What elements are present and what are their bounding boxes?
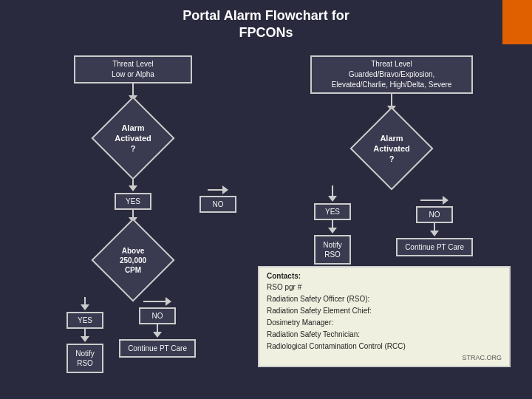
- dosimetry: Dosimetry Manager:: [267, 317, 502, 329]
- right-threat-level: Threat Level: [319, 59, 464, 69]
- sub-no-hline: [143, 301, 166, 302]
- orange-accent: [502, 0, 532, 44]
- right-column: Threat Level Guarded/Bravo/Explosion, El…: [259, 47, 525, 399]
- right-alarm-text: Alarm Activated ?: [373, 132, 410, 164]
- left-notify-rso: NotifyRSO: [66, 344, 103, 373]
- right-no-vline: [434, 223, 435, 231]
- page-title: Portal Alarm Flowchart for FPCONs: [0, 7, 532, 42]
- no-hline: [208, 189, 222, 191]
- rso-element: Radiation Safety Element Chief:: [267, 305, 502, 317]
- left-yes-box: YES: [115, 193, 151, 210]
- arrow-line-1: [132, 83, 134, 95]
- page: Portal Alarm Flowchart for FPCONs Threat…: [0, 0, 532, 399]
- left-continue-pt: Continue PT Care: [119, 339, 196, 358]
- right-yes-arrow2: [328, 228, 337, 233]
- right-notify-rso: NotifyRSO: [314, 235, 351, 265]
- rso-pgr: RSO pgr #: [267, 282, 502, 293]
- yes-arrow: [129, 185, 137, 191]
- sub-branch: YES NotifyRSO: [66, 297, 200, 373]
- yes-vline2: [132, 210, 134, 217]
- right-no-branch: NO Continue PT Care: [396, 185, 473, 256]
- rso-tech: Radiation Safety Technician:: [267, 329, 502, 341]
- right-yes-branch: YES NotifyRSO: [314, 185, 351, 265]
- contacts-title: Contacts:: [267, 272, 502, 280]
- left-threat-level: Threat Level: [83, 59, 183, 69]
- strac-label: STRAC.ORG: [267, 354, 502, 361]
- right-yes-vline: [332, 185, 333, 196]
- left-column: Threat Level Low or Alpha Alarm Activate…: [7, 47, 259, 399]
- right-no-arrow-container: [420, 196, 449, 205]
- sub-yes-arrow2: [81, 336, 89, 342]
- left-diamond-container: Alarm Activated ?: [96, 101, 170, 175]
- right-yes-arrow: [328, 196, 337, 202]
- right-no-hline: [420, 200, 443, 201]
- right-yes-box: YES: [314, 203, 351, 220]
- left-no-branch: NO: [200, 175, 236, 213]
- right-threat-box: Threat Level Guarded/Bravo/Explosion, El…: [310, 55, 473, 94]
- left-flow: Threat Level Low or Alpha Alarm Activate…: [7, 50, 259, 373]
- above-diamond-container: Above 250,000 CPM: [96, 223, 170, 297]
- no-arrow: [222, 185, 228, 194]
- content-area: Threat Level Low or Alpha Alarm Activate…: [0, 47, 532, 399]
- sub-no-vline: [157, 324, 158, 332]
- sub-yes-vline2: [84, 329, 86, 336]
- left-threat-box: Threat Level Low or Alpha: [74, 55, 192, 83]
- rso-officer: Radiation Safety Officer (RSO):: [267, 293, 502, 305]
- right-continue-pt: Continue PT Care: [396, 238, 473, 256]
- sub-yes-box: YES: [66, 312, 103, 329]
- rcc: Radiological Contamination Control (RCC): [267, 341, 502, 352]
- right-arrow-line-1: [391, 94, 392, 106]
- left-no-box: NO: [200, 196, 236, 213]
- right-threat-sub: Guarded/Bravo/Explosion, Elevated/Charli…: [319, 69, 464, 90]
- sub-no-arrow2: [153, 332, 162, 338]
- left-threat-sub: Low or Alpha: [83, 69, 183, 80]
- left-branch: YES Above 250,000 CPM: [59, 175, 207, 373]
- right-diamond-container: Alarm Activated ?: [355, 112, 429, 185]
- left-yes-branch: YES Above 250,000 CPM: [66, 175, 200, 373]
- right-no-arrow2: [430, 231, 439, 236]
- sub-yes-branch: YES NotifyRSO: [66, 297, 103, 373]
- title-area: Portal Alarm Flowchart for FPCONs: [0, 0, 532, 47]
- right-branch: YES NotifyRSO NO: [307, 185, 477, 265]
- sub-yes-vline: [84, 297, 86, 304]
- sub-no-box: NO: [139, 307, 176, 324]
- no-arrow-container: [208, 185, 228, 194]
- right-no-box: NO: [416, 206, 453, 223]
- sub-no-arrow: [166, 297, 171, 306]
- right-no-arrow: [443, 196, 449, 205]
- left-alarm-text: Alarm Activated ?: [115, 122, 151, 154]
- right-yes-vline2: [332, 220, 333, 228]
- sub-no-branch: NO Continue PT Care: [119, 297, 196, 373]
- sub-no-arrow-container: [143, 297, 171, 306]
- sub-yes-arrow: [81, 304, 89, 310]
- contacts-box: Contacts: RSO pgr # Radiation Safety Off…: [258, 266, 511, 367]
- right-flow: Threat Level Guarded/Bravo/Explosion, El…: [259, 50, 525, 375]
- above-text: Above 250,000 CPM: [120, 245, 146, 274]
